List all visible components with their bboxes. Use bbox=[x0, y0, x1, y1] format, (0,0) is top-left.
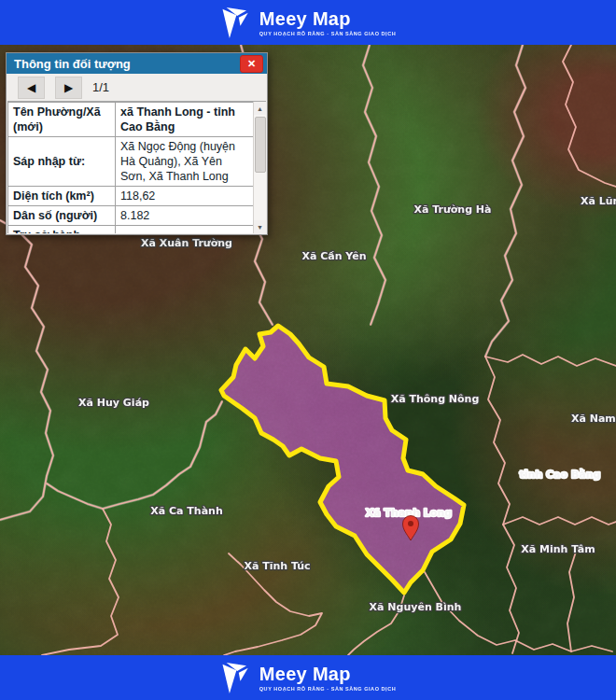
table-row: Tên Phường/Xã (mới) xã Thanh Long - tỉnh… bbox=[8, 103, 254, 137]
row-value: Xã Ngọc Động (huyện Hà Quảng), Xã Yên Sơ… bbox=[116, 137, 254, 187]
footer-bar: Meey Map QUY HOẠCH RÕ RÀNG - SẴN SÀNG GI… bbox=[0, 655, 616, 700]
footer-logo-texts: Meey Map QUY HOẠCH RÕ RÀNG - SẴN SÀNG GI… bbox=[259, 665, 396, 692]
row-value: xã Thanh Long - tỉnh Cao Bằng bbox=[116, 103, 254, 137]
map-label-xa-tinh-tuc: Xã Tĩnh Túc bbox=[244, 560, 310, 572]
brand-name: Meey Map bbox=[259, 9, 351, 28]
row-value: 8.182 bbox=[116, 206, 254, 226]
scroll-down-icon[interactable]: ▼ bbox=[254, 220, 266, 233]
scroll-up-icon[interactable]: ▲ bbox=[254, 102, 266, 115]
row-value: 118,62 bbox=[116, 187, 254, 206]
row-label: Diện tích (km²) bbox=[8, 187, 116, 206]
scrollbar-thumb[interactable] bbox=[255, 117, 266, 173]
popup-title: Thông tin đối tượng bbox=[14, 57, 131, 71]
footer-logo: Meey Map QUY HOẠCH RÕ RÀNG - SẴN SÀNG GI… bbox=[220, 661, 396, 695]
popup-table-wrap: Tên Phường/Xã (mới) xã Thanh Long - tỉnh… bbox=[7, 101, 266, 233]
table-row: Dân số (người) 8.182 bbox=[8, 206, 254, 226]
object-info-table: Tên Phường/Xã (mới) xã Thanh Long - tỉnh… bbox=[7, 102, 254, 233]
map-label-xa-huy-giap: Xã Huy Giáp bbox=[78, 397, 149, 409]
map-label-xa-thong-nong: Xã Thông Nông bbox=[391, 393, 480, 405]
table-row: Sáp nhập từ: Xã Ngọc Động (huyện Hà Quản… bbox=[8, 137, 254, 187]
meey-map-logo-icon bbox=[220, 6, 251, 40]
popup-pagination-bar: ◀ ▶ 1/1 bbox=[7, 74, 267, 101]
popup-titlebar[interactable]: Thông tin đối tượng ✕ bbox=[7, 53, 267, 74]
map-label-xa-minh-tam: Xã Minh Tâm bbox=[521, 543, 595, 555]
header-logo-texts: Meey Map QUY HOẠCH RÕ RÀNG - SẴN SÀNG GI… bbox=[259, 9, 396, 36]
next-page-button[interactable]: ▶ bbox=[55, 77, 82, 99]
header-logo: Meey Map QUY HOẠCH RÕ RÀNG - SẴN SÀNG GI… bbox=[220, 6, 396, 40]
meey-map-app: Meey Map QUY HOẠCH RÕ RÀNG - SẴN SÀNG GI… bbox=[0, 0, 616, 700]
map-label-xa-truong-ha: Xã Trường Hà bbox=[413, 203, 491, 216]
page-count: 1/1 bbox=[92, 80, 109, 94]
prev-page-button[interactable]: ◀ bbox=[18, 77, 45, 99]
map-label-xa-xuan-truong: Xã Xuân Trường bbox=[141, 237, 232, 249]
brand-tagline: QUY HOẠCH RÕ RÀNG - SẴN SÀNG GIAO DỊCH bbox=[259, 686, 396, 692]
map-label-xa-can-yen: Xã Cần Yên bbox=[301, 250, 366, 262]
map-canvas[interactable]: Xã Xuân Trường Xã Cần Yên Xã Trường Hà X… bbox=[0, 45, 616, 655]
map-label-tinh-cao-bang: tỉnh Cao Bằng bbox=[520, 469, 601, 481]
header-bar: Meey Map QUY HOẠCH RÕ RÀNG - SẴN SÀNG GI… bbox=[0, 0, 616, 45]
brand-tagline: QUY HOẠCH RÕ RÀNG - SẴN SÀNG GIAO DỊCH bbox=[259, 31, 396, 36]
map-label-xa-nguyen-binh: Xã Nguyên Bình bbox=[370, 601, 462, 613]
meey-map-logo-icon bbox=[220, 661, 251, 695]
row-label: Trụ sở hành chính bbox=[8, 226, 116, 234]
row-label: Tên Phường/Xã (mới) bbox=[8, 103, 116, 137]
row-label: Dân số (người) bbox=[8, 206, 116, 226]
map-label-xa-ca-thanh: Xã Ca Thành bbox=[150, 505, 222, 517]
brand-name: Meey Map bbox=[259, 665, 351, 683]
table-row: Diện tích (km²) 118,62 bbox=[8, 187, 254, 206]
popup-scrollbar[interactable]: ▲ ▼ bbox=[253, 102, 266, 233]
table-row: Trụ sở hành chính bbox=[8, 226, 254, 234]
map-label-xa-nam-tuan: Xã Nam Tuấn bbox=[571, 413, 616, 425]
object-info-popup: Thông tin đối tượng ✕ ◀ ▶ 1/1 Tên Phường… bbox=[6, 52, 268, 235]
row-value bbox=[116, 226, 254, 234]
map-label-xa-lung-nam: Xã Lũng Nặm bbox=[581, 195, 616, 207]
close-icon[interactable]: ✕ bbox=[240, 55, 263, 73]
row-label: Sáp nhập từ: bbox=[8, 137, 116, 187]
